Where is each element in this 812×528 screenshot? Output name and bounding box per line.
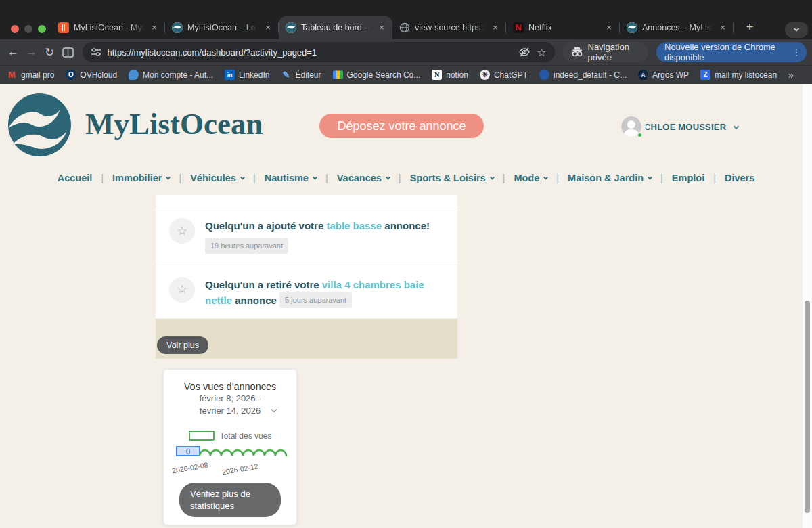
nav-separator: | xyxy=(556,173,559,183)
bookmark-indeed[interactable]: indeed_default - C... xyxy=(539,70,627,80)
site-settings-icon[interactable] xyxy=(91,47,102,57)
nav-label: Vacances xyxy=(337,173,382,183)
user-name: CHLOE MOUSSIER xyxy=(644,122,726,132)
timestamp-badge: 5 jours auparavant xyxy=(279,292,352,308)
browser-toolbar: ← → ↻ https://mylistocean.com/dashboard/… xyxy=(0,39,812,65)
incognito-label: Navigation privée xyxy=(588,42,641,62)
nav-label: Sports & Loisirs xyxy=(410,173,486,183)
account-menu[interactable]: CHLOE MOUSSIER xyxy=(621,116,738,137)
url-text[interactable]: https://mylistocean.com/dashboard/?activ… xyxy=(108,47,513,58)
chevron-down-icon xyxy=(313,175,317,179)
reload-button[interactable]: ↻ xyxy=(42,43,58,62)
minimize-window-button[interactable] xyxy=(24,25,32,33)
scrollbar-thumb[interactable] xyxy=(805,301,810,513)
bookmark-label: Éditeur xyxy=(295,70,321,80)
chatgpt-icon: ✳ xyxy=(480,70,490,80)
date-range-select[interactable]: février 8, 2026 - février 14, 2026 xyxy=(164,393,296,416)
legend-label: Total des vues xyxy=(220,431,272,441)
date-range-line1: février 8, 2026 - xyxy=(164,393,296,405)
activity-text: Quelqu'un a retiré votre villa 4 chambre… xyxy=(205,277,444,309)
side-panel-button[interactable] xyxy=(60,43,76,62)
star-icon: ☆ xyxy=(169,218,195,244)
brand-title[interactable]: MyListOcean xyxy=(85,106,263,141)
mylistocean-icon xyxy=(172,22,183,33)
tab-annonces[interactable]: Annonces – MyListOcea × xyxy=(620,16,734,39)
nav-emploi[interactable]: Emploi xyxy=(672,173,704,183)
linkedin-icon: in xyxy=(225,70,235,80)
password-hidden-icon[interactable] xyxy=(518,47,531,58)
bookmarks-overflow-button[interactable]: » xyxy=(788,70,794,81)
bookmark-ovhcloud[interactable]: OOVHcloud xyxy=(66,70,117,80)
bookmark-mon-compte[interactable]: Mon compte - Aut... xyxy=(129,70,213,80)
traffic-lights xyxy=(11,25,46,33)
tab-title: Netflix xyxy=(528,23,599,32)
nav-accueil[interactable]: Accueil xyxy=(58,173,93,183)
new-tab-button[interactable]: + xyxy=(740,18,759,37)
tab-dashboard-active[interactable]: Tableau de bord – MyLis × xyxy=(279,16,392,39)
scrollbar-track[interactable] xyxy=(802,84,812,528)
nav-sports-loisirs[interactable]: Sports & Loisirs xyxy=(410,173,494,183)
nav-maison-jardin[interactable]: Maison & Jardin xyxy=(568,173,652,183)
ovhcloud-icon: O xyxy=(66,70,76,80)
close-window-button[interactable] xyxy=(11,25,19,33)
tab-view-source[interactable]: view-source:https://myli × xyxy=(392,16,506,39)
close-tab-icon[interactable]: × xyxy=(604,22,614,33)
legend-swatch xyxy=(189,431,215,441)
nav-separator: | xyxy=(253,173,256,183)
tab-netflix[interactable]: N Netflix × xyxy=(506,16,620,39)
bookmark-label: Mon compte - Aut... xyxy=(143,70,213,80)
nav-immobilier[interactable]: Immobilier xyxy=(112,173,170,183)
bookmark-editeur[interactable]: ✎Éditeur xyxy=(281,70,321,80)
nav-vehicules[interactable]: Véhicules xyxy=(190,173,244,183)
selected-value-label: 0 xyxy=(186,447,190,456)
bookmark-star-icon[interactable]: ☆ xyxy=(537,46,546,59)
bookmark-linkedin[interactable]: inLinkedIn xyxy=(225,70,269,80)
nav-vacances[interactable]: Vacances xyxy=(337,173,390,183)
mylistocean-logo[interactable] xyxy=(8,93,71,156)
mylistocean-icon xyxy=(627,22,637,33)
stats-widget-card: Vos vues d'annonces février 8, 2026 - fé… xyxy=(163,369,297,525)
bookmark-label: notion xyxy=(446,70,468,80)
pen-icon: ✎ xyxy=(281,70,291,80)
deposit-ad-button[interactable]: Déposez votre annonce xyxy=(319,114,484,138)
bookmark-mail-listocean[interactable]: Zmail my listocean xyxy=(700,70,777,80)
views-line-chart: 0 xyxy=(169,442,291,460)
bookmark-argos-wp[interactable]: AArgos WP xyxy=(638,70,689,80)
chart-legend: Total des vues xyxy=(164,431,296,441)
close-tab-icon[interactable]: × xyxy=(149,22,160,33)
x-axis-labels: 2026-02-08 2026-02-12 xyxy=(164,460,296,475)
bookmark-label: gmail pro xyxy=(21,70,54,80)
tab-mykinsta[interactable]: MyListOcean - MyKinsta × xyxy=(51,16,165,39)
bookmark-chatgpt[interactable]: ✳ChatGPT xyxy=(480,70,528,80)
nav-divers[interactable]: Divers xyxy=(725,173,754,183)
more-statistics-button[interactable]: Vérifiez plus de statistiques xyxy=(179,483,281,517)
close-tab-icon[interactable]: × xyxy=(490,22,501,33)
menu-dots-icon[interactable]: ⋮ xyxy=(792,47,801,58)
close-tab-icon[interactable]: × xyxy=(376,22,387,33)
bookmark-notion[interactable]: Nnotion xyxy=(432,70,468,80)
clipped-activity-row xyxy=(156,195,457,206)
tab-mylistocean-site[interactable]: MyListOcean – Le site ré × xyxy=(165,16,279,39)
bookmark-search-console[interactable]: Google Search Co... xyxy=(333,70,421,80)
nav-separator: | xyxy=(713,173,716,183)
nav-nautisme[interactable]: Nautisme xyxy=(265,173,317,183)
zoom-window-button[interactable] xyxy=(38,25,46,33)
close-tab-icon[interactable]: × xyxy=(717,22,728,33)
see-more-button[interactable]: Voir plus xyxy=(157,336,208,354)
bookmark-label: ChatGPT xyxy=(494,70,528,80)
avatar xyxy=(621,116,641,137)
back-button[interactable]: ← xyxy=(5,43,21,62)
activity-item: ☆ Quelqu'un a retiré votre villa 4 chamb… xyxy=(156,265,457,320)
chrome-update-chip[interactable]: Nouvelle version de Chrome disponible ⋮ xyxy=(656,42,807,62)
address-bar[interactable]: https://mylistocean.com/dashboard/?activ… xyxy=(83,42,555,62)
nav-label: Emploi xyxy=(672,173,704,183)
chevron-down-icon xyxy=(166,175,171,179)
nav-label: Accueil xyxy=(58,173,93,183)
tab-search-button[interactable] xyxy=(785,22,808,38)
activity-link[interactable]: table basse xyxy=(326,220,382,232)
forward-button[interactable]: → xyxy=(24,43,39,62)
stats-title: Vos vues d'annonces xyxy=(164,381,296,392)
nav-mode[interactable]: Mode xyxy=(514,173,547,183)
close-tab-icon[interactable]: × xyxy=(263,22,273,33)
bookmark-gmail[interactable]: Mgmail pro xyxy=(7,70,54,80)
